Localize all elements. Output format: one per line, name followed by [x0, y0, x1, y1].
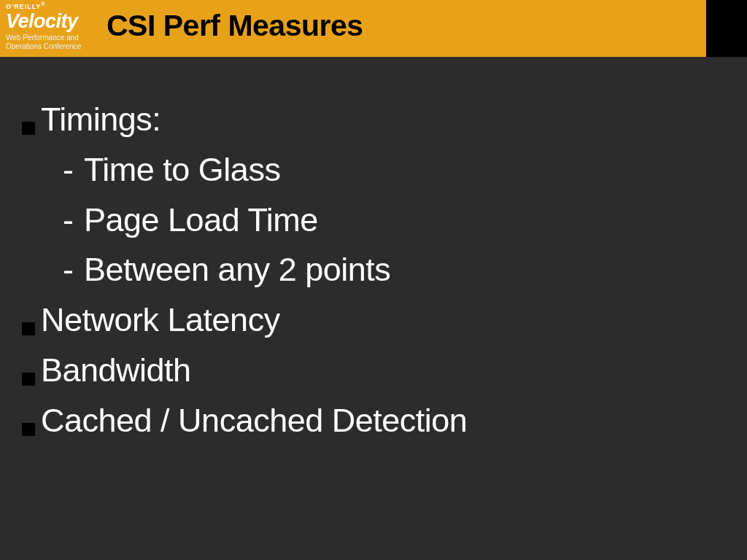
square-bullet-icon — [22, 122, 35, 135]
square-bullet-icon — [22, 373, 35, 386]
sub-bullet-item: - Page Load Time — [63, 198, 725, 243]
slide-content: Timings: - Time to Glass - Page Load Tim… — [0, 57, 747, 443]
publisher-label: O'REILLY® — [6, 1, 101, 10]
dash-bullet-icon: - — [63, 148, 74, 192]
bullet-item: Cached / Uncached Detection — [22, 399, 725, 443]
bullet-text: Timings: — [41, 98, 160, 142]
square-bullet-icon — [22, 423, 35, 436]
slide-header: O'REILLY® Velocity Web Performance and O… — [0, 0, 747, 57]
bullet-text: Bandwidth — [41, 349, 191, 393]
bullet-item: Network Latency — [22, 298, 725, 343]
conference-tagline: Web Performance and Operations Conferenc… — [6, 34, 101, 51]
sub-bullet-text: Page Load Time — [84, 198, 318, 243]
square-bullet-icon — [22, 322, 35, 335]
bullet-item: Bandwidth — [22, 349, 725, 393]
conference-logo: Velocity — [6, 12, 101, 31]
bullet-text: Network Latency — [41, 298, 280, 343]
slide-title: CSI Perf Measures — [107, 9, 363, 43]
bullet-item: Timings: — [22, 98, 725, 142]
sub-bullet-item: - Time to Glass — [63, 148, 725, 192]
dash-bullet-icon: - — [63, 248, 74, 292]
header-black-edge — [706, 0, 747, 57]
sub-bullet-text: Time to Glass — [84, 148, 280, 192]
sub-bullet-text: Between any 2 points — [84, 248, 390, 292]
dash-bullet-icon: - — [63, 198, 74, 243]
sub-bullet-item: - Between any 2 points — [63, 248, 725, 292]
bullet-text: Cached / Uncached Detection — [41, 399, 467, 443]
logo-block: O'REILLY® Velocity Web Performance and O… — [6, 1, 101, 51]
